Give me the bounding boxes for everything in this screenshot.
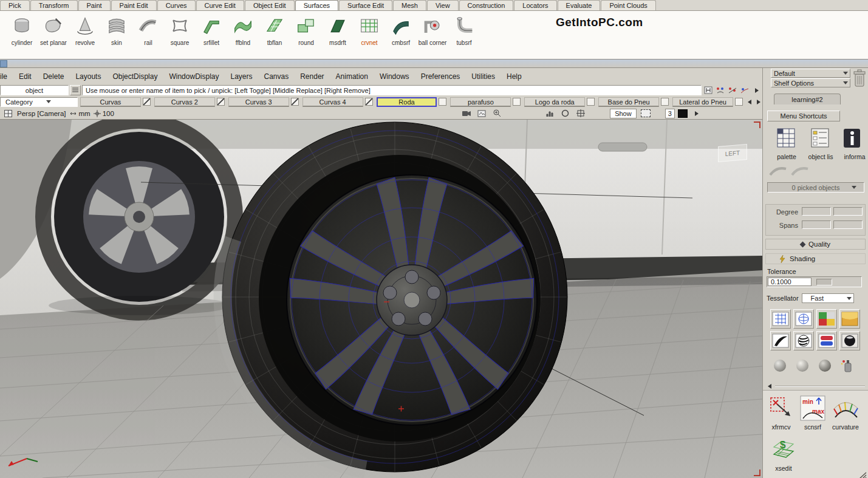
degree-field-1[interactable] <box>802 207 831 216</box>
redblue-mode-icon[interactable] <box>816 331 837 350</box>
layer-scroll-right-icon[interactable] <box>754 97 762 106</box>
tab-curve-edit[interactable]: Curve Edit <box>196 0 244 10</box>
tool-tbflan[interactable]: tbflan <box>259 14 290 59</box>
menu-edit[interactable]: Edit <box>19 72 32 81</box>
tab-point-clouds[interactable]: Point Clouds <box>601 0 655 10</box>
prompt-message[interactable]: Use mouse or enter name of item to pick … <box>82 85 702 95</box>
tab-locators[interactable]: Locators <box>514 0 556 10</box>
layer-curvas2-toggle[interactable] <box>217 98 225 106</box>
layer-logo-da-roda[interactable]: Logo da roda <box>524 97 585 107</box>
tab-surfaces[interactable]: Surfaces <box>295 0 338 10</box>
trash-icon[interactable] <box>852 68 867 92</box>
menu-windows[interactable]: Windows <box>380 72 409 81</box>
grid-size-chip[interactable]: 100 <box>94 110 114 117</box>
scnsrf-icon[interactable]: minmax <box>798 394 827 422</box>
tab-evaluate[interactable]: Evaluate <box>558 0 601 10</box>
layer-curvas[interactable]: Curvas <box>80 97 141 107</box>
layer-roda[interactable]: Roda <box>377 97 437 107</box>
tool-skin[interactable]: skin <box>101 14 132 59</box>
pick-object-icon[interactable] <box>715 85 726 95</box>
fit-view-icon[interactable] <box>575 109 587 118</box>
partial-shelf-icons[interactable] <box>768 164 810 181</box>
tool-cmbsrf[interactable]: cmbsrf <box>385 14 417 59</box>
viewport-resize-corner-bottom[interactable] <box>754 469 760 476</box>
tab-object-edit[interactable]: Object Edit <box>245 0 295 10</box>
tolerance-stepper[interactable] <box>816 279 832 285</box>
tab-surface-edit[interactable]: Surface Edit <box>339 0 392 10</box>
header-expand-icon[interactable] <box>691 109 703 118</box>
shading-row[interactable]: Shading <box>765 253 866 264</box>
tab-pick[interactable]: Pick <box>0 0 30 10</box>
layer-parafuso[interactable]: parafuso <box>450 97 511 107</box>
tool-square[interactable]: square <box>164 14 196 59</box>
quality-section-header[interactable]: Quality <box>765 239 866 250</box>
xsedit-icon[interactable]: $ <box>769 435 798 463</box>
layer-scroll-left-icon[interactable] <box>745 97 753 106</box>
tool-revolve[interactable]: revolve <box>69 14 101 59</box>
layer-curvas4-toggle[interactable] <box>365 98 373 106</box>
wire-sphere-mode-icon[interactable] <box>793 309 814 329</box>
zebra-mode-icon[interactable] <box>793 331 814 350</box>
layer-base-toggle[interactable] <box>661 98 669 106</box>
shelf-tab-learning2[interactable]: learning#2 <box>774 94 841 104</box>
tool-crvnet[interactable]: crvnet <box>354 14 385 59</box>
perspective-viewport[interactable]: LEFT <box>0 120 762 478</box>
tool-cylinder[interactable]: cylinder <box>6 14 38 59</box>
units-chip[interactable]: mm <box>69 110 91 117</box>
layer-curvas3-toggle[interactable] <box>291 98 299 106</box>
prompt-history-icon[interactable] <box>703 85 714 95</box>
layer-parafuso-toggle[interactable] <box>513 98 521 106</box>
brush-mode-icon[interactable] <box>770 331 791 350</box>
sphere-preset-icon-1[interactable] <box>771 358 788 374</box>
view-count-box[interactable]: 3 <box>665 109 675 118</box>
layer-lateral-do-pneu[interactable]: Lateral do Pneu <box>672 97 733 107</box>
menu-shortcuts-button[interactable]: Menu Shortcuts <box>767 111 840 121</box>
pick-component-icon[interactable] <box>727 85 738 95</box>
menu-layouts[interactable]: Layouts <box>75 72 101 81</box>
tessellator-dropdown[interactable]: Fast <box>802 293 854 303</box>
marquee-icon[interactable] <box>640 109 652 118</box>
layer-curvas-toggle[interactable] <box>143 98 151 106</box>
tool-set-planar[interactable]: set planar <box>38 14 69 59</box>
layer-lateral-toggle[interactable] <box>735 98 743 106</box>
show-button[interactable]: Show <box>610 109 637 118</box>
layer-category-dropdown[interactable]: Category <box>0 97 78 107</box>
object-list-icon[interactable] <box>809 125 831 152</box>
tab-view[interactable]: View <box>427 0 459 10</box>
tab-curves[interactable]: Curves <box>157 0 196 10</box>
menu-preferences[interactable]: Preferences <box>421 72 460 81</box>
tool-msdrft[interactable]: msdrft <box>322 14 354 59</box>
palette-icon[interactable] <box>775 125 797 152</box>
menu-delete[interactable]: Delete <box>43 72 64 81</box>
layer-logo-toggle[interactable] <box>587 98 595 106</box>
wire-box-mode-icon[interactable] <box>770 309 791 329</box>
menu-help[interactable]: Help <box>507 72 522 81</box>
pick-template-icon[interactable] <box>739 85 750 95</box>
layer-base-do-pneu[interactable]: Base do Pneu <box>598 97 659 107</box>
menu-utilities[interactable]: Utilities <box>471 72 495 81</box>
camera-icon[interactable] <box>460 109 473 118</box>
menu-animation[interactable]: Animation <box>336 72 368 81</box>
layer-curvas3[interactable]: Curvas 3 <box>228 97 289 107</box>
panel-resize-corner[interactable] <box>858 471 867 478</box>
xfrmcv-icon[interactable] <box>767 394 796 422</box>
menu-file[interactable]: ile <box>0 72 7 81</box>
strip-handle[interactable] <box>0 60 7 67</box>
tab-paint[interactable]: Paint <box>78 0 111 10</box>
sphere-preset-icon-2[interactable] <box>794 358 811 374</box>
image-plane-icon[interactable] <box>476 109 488 118</box>
layer-curvas4[interactable]: Curvas 4 <box>302 97 363 107</box>
viewport-resize-corner-top[interactable] <box>754 121 760 128</box>
layer-roda-toggle[interactable] <box>439 98 446 106</box>
menu-windowdisplay[interactable]: WindowDisplay <box>169 72 219 81</box>
gold-mode-icon[interactable] <box>839 309 860 329</box>
prompt-list-icon[interactable] <box>70 85 81 95</box>
histogram-icon[interactable] <box>544 109 556 118</box>
tab-construction[interactable]: Construction <box>459 0 514 10</box>
tool-rail[interactable]: rail <box>132 14 164 59</box>
menu-objectdisplay[interactable]: ObjectDisplay <box>112 72 157 81</box>
tool-ball-corner[interactable]: ball corner <box>417 14 448 59</box>
view-layout-icon[interactable] <box>2 109 14 118</box>
spans-field-2[interactable] <box>833 220 863 229</box>
tool-round[interactable]: round <box>290 14 322 59</box>
